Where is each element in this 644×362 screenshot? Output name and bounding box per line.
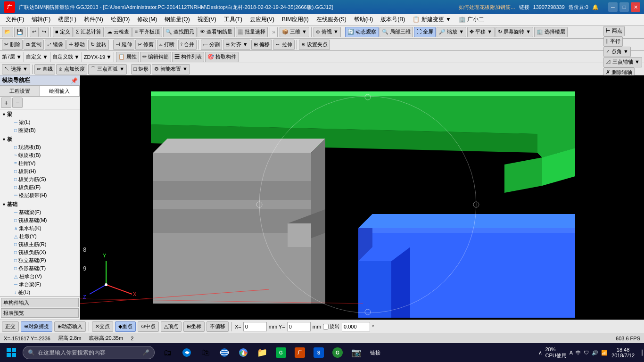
- tree-item-chengtailiang[interactable]: ─ 承台梁(F): [1, 280, 79, 288]
- taskbar-icon-app2[interactable]: 广: [292, 345, 307, 360]
- btn-pan[interactable]: ✥ 平移 ▼: [467, 27, 495, 37]
- btn-extend[interactable]: ⊣ 延伸: [113, 40, 134, 50]
- taskbar-icon-store[interactable]: 🛍: [198, 345, 213, 360]
- btn-angle-point[interactable]: ∠ 点角 ▼: [603, 47, 631, 57]
- btn-two-points[interactable]: ⊢ 两点: [603, 26, 625, 36]
- taskbar-icon-taskview[interactable]: 🗂: [160, 345, 175, 360]
- btn-single-component[interactable]: 单构件输入: [1, 298, 79, 307]
- menu-modify[interactable]: 修改(M): [133, 15, 161, 25]
- menu-tools[interactable]: 工具(T): [220, 15, 246, 25]
- btn-object-snap[interactable]: ⊕ 对象捕捉: [21, 321, 52, 332]
- btn-pick-component[interactable]: 🎯 拾取构件: [205, 52, 239, 62]
- btn-cloud-check[interactable]: ☁ 云检查: [105, 27, 132, 37]
- menu-new-change[interactable]: 📋 新建变更 ▼: [409, 15, 455, 25]
- menu-version[interactable]: 版本号(B): [377, 15, 409, 25]
- tree-item-tiaoxingjichu[interactable]: □ 条形基础(T): [1, 264, 79, 272]
- btn-set-grip[interactable]: ⊕ 设置夹点: [299, 40, 330, 50]
- taskbar-icon-folder[interactable]: 📁: [255, 345, 270, 360]
- btn-copy[interactable]: ⧉ 复制: [24, 40, 44, 50]
- btn-move[interactable]: ✛ 移动: [66, 40, 87, 50]
- btn-find-element[interactable]: 🔍 查找图元: [163, 27, 197, 37]
- btn-zoom[interactable]: 🔎 缩放 ▼: [437, 27, 466, 37]
- btn-align-top[interactable]: ≡ 平齐板顶: [132, 27, 162, 37]
- btn-save[interactable]: 💾: [14, 27, 25, 37]
- tree-group-jichu-header[interactable]: ▼ 基础: [1, 200, 79, 208]
- btn-local-3d[interactable]: 🔍 局部三维: [380, 27, 413, 37]
- rotate-checkbox[interactable]: [323, 324, 329, 329]
- btn-orthogonal[interactable]: 正交: [2, 321, 19, 332]
- btn-fullscreen[interactable]: ⛶ 全屏: [414, 27, 436, 37]
- btn-point-length[interactable]: ⊙ 点加长度: [56, 64, 87, 74]
- y-input[interactable]: [287, 322, 311, 331]
- close-button[interactable]: ✕: [631, 2, 640, 12]
- btn-merge[interactable]: ⟟ 合并: [178, 40, 197, 50]
- show-desktop-btn[interactable]: ▕: [638, 350, 642, 356]
- taskbar-search[interactable]: 🔍 在这里输入你要搜索的内容 🎤: [23, 346, 155, 359]
- btn-trim[interactable]: ✂ 修剪: [135, 40, 156, 50]
- btn-3d[interactable]: 📦 三维 ▼: [280, 27, 309, 37]
- btn-edit-rebar[interactable]: ✏ 编辑钢筋: [140, 52, 171, 62]
- btn-view-rebar[interactable]: 👁 查看钢筋量: [198, 27, 235, 37]
- btn-coord[interactable]: ⊞ 坐标: [183, 321, 205, 332]
- menu-guangxiao[interactable]: 🏢 广小二: [455, 15, 488, 25]
- btn-parallel[interactable]: ∥ 平行: [603, 36, 623, 47]
- tree-item-zhuang[interactable]: ↓ 桩(U): [1, 288, 79, 296]
- tree-item-xianjiaobao[interactable]: □ 现浇板(B): [1, 143, 79, 151]
- btn-break[interactable]: ⟈ 打断: [157, 40, 177, 50]
- btn-stretch[interactable]: ↔ 拉伸: [273, 40, 295, 50]
- btn-sum[interactable]: Σ 汇总计算: [74, 27, 104, 37]
- btn-split[interactable]: ⟝ 分割: [201, 40, 222, 50]
- start-button[interactable]: [2, 344, 21, 361]
- btn-intersection[interactable]: ✕ 交点: [92, 321, 113, 332]
- tree-item-banshoulijin[interactable]: □ 板受力筋(S): [1, 175, 79, 183]
- btn-screen-rotate[interactable]: ↻ 屏幕旋转 ▼: [495, 27, 533, 37]
- tree-item-luoxuanbao[interactable]: ~ 螺旋板(B): [1, 151, 79, 159]
- btn-dynamic-input[interactable]: ⊞ 动态输入: [54, 321, 86, 332]
- menu-bim[interactable]: BIM应用(I): [278, 15, 313, 25]
- tree-item-bandong[interactable]: □ 板洞(H): [1, 167, 79, 175]
- btn-center[interactable]: ⊙ 中点: [138, 321, 159, 332]
- btn-batch-select[interactable]: ▦ 批量选择: [236, 27, 268, 37]
- btn-select[interactable]: ↖ 选择 ▼: [2, 64, 30, 74]
- taskbar-icon-link[interactable]: 链接: [368, 345, 383, 360]
- btn-mirror[interactable]: ⇌ 镜像: [45, 40, 66, 50]
- tree-item-zhudun[interactable]: △ 柱墩(Y): [1, 232, 79, 240]
- btn-align[interactable]: ⊟ 对齐 ▼: [223, 40, 250, 50]
- btn-rect[interactable]: □ 矩形: [131, 64, 151, 74]
- btn-define[interactable]: ■ 定义: [53, 27, 73, 37]
- btn-three-point-arc[interactable]: ⌒ 三点画弧 ▼: [88, 64, 127, 74]
- menu-file[interactable]: 文件(F): [2, 15, 28, 25]
- menu-help[interactable]: 帮助(H): [350, 15, 377, 25]
- btn-line[interactable]: ✏ 直线: [34, 64, 55, 74]
- btn-rotate[interactable]: ↻ 旋转: [88, 40, 109, 50]
- btn-component-list[interactable]: ☰ 构件列表: [172, 52, 204, 62]
- btn-sidebar-add[interactable]: +: [1, 98, 11, 108]
- menu-floor[interactable]: 楼层(L): [54, 15, 80, 25]
- btn-smart-layout[interactable]: ⚙ 智能布置 ▼: [152, 64, 190, 74]
- tree-item-zhuma[interactable]: = 柱帽(V): [1, 159, 79, 167]
- btn-midpoint[interactable]: ◆ 重点: [115, 321, 136, 332]
- tree-item-liang[interactable]: ─ 梁(L): [1, 118, 79, 126]
- menu-draw[interactable]: 绘图(D): [107, 15, 134, 25]
- btn-select-floor[interactable]: 🏢 选择楼层: [534, 27, 568, 37]
- tree-group-beam-header[interactable]: ▼ 梁: [1, 110, 79, 118]
- tab-project-settings[interactable]: 工程设置: [0, 86, 40, 96]
- btn-delete[interactable]: ✂ 删除: [2, 40, 23, 50]
- tree-item-jishuikeng[interactable]: ∧ 集水坑(K): [1, 224, 79, 232]
- btn-three-point-axis[interactable]: ⊿ 三点辅轴 ▼: [603, 57, 642, 67]
- tree-item-jichu-liang[interactable]: ─ 基础梁(F): [1, 208, 79, 216]
- btn-no-offset[interactable]: 不偏移: [206, 321, 229, 332]
- taskbar-icon-ie[interactable]: [217, 345, 232, 360]
- tree-item-dulijichu[interactable]: □ 独立基础(P): [1, 256, 79, 264]
- tree-item-zhuaitai[interactable]: △ 桩承台(V): [1, 272, 79, 280]
- rotate-input[interactable]: [342, 322, 370, 331]
- tree-group-ban-header[interactable]: ▼ 板: [1, 135, 79, 143]
- maximize-button[interactable]: □: [619, 2, 629, 12]
- tree-item-fabanfujin[interactable]: □ 筏板负筋(X): [1, 248, 79, 256]
- menu-cloud[interactable]: 云应用(V): [246, 15, 278, 25]
- menu-view[interactable]: 视图(V): [194, 15, 220, 25]
- tab-draw-input[interactable]: 绘图输入: [40, 86, 80, 96]
- btn-undo[interactable]: ↩: [30, 27, 39, 37]
- menu-component[interactable]: 构件(N): [80, 15, 107, 25]
- tree-item-quanliang[interactable]: □ 圈梁(B): [1, 126, 79, 134]
